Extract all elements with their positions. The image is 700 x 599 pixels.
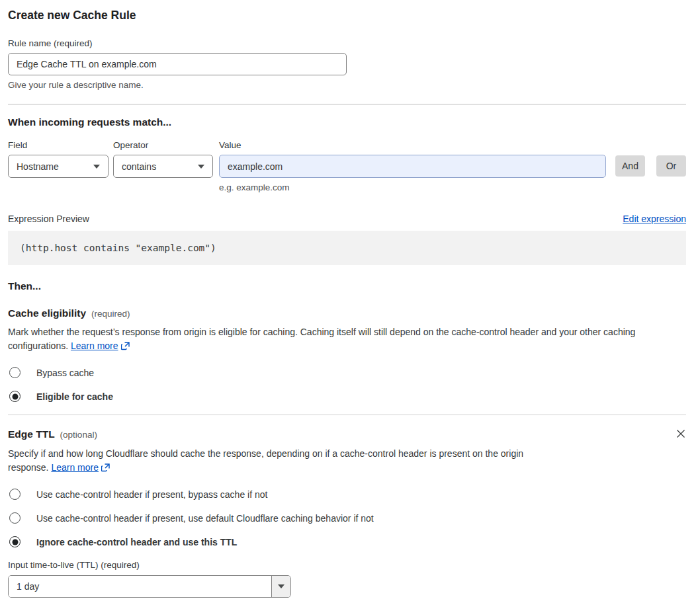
- edge-ttl-learn-more-link[interactable]: Learn more: [51, 462, 99, 473]
- divider: [8, 104, 686, 104]
- radio-label: Use cache-control header if present, byp…: [36, 489, 267, 500]
- expression-code: (http.host contains "example.com"): [20, 243, 216, 253]
- match-section-heading: When incoming requests match...: [8, 116, 686, 128]
- rule-name-label: Rule name (required): [8, 38, 686, 48]
- radio-use-header-default[interactable]: Use cache-control header if present, use…: [8, 512, 686, 524]
- radio-checked-icon[interactable]: [9, 391, 21, 402]
- radio-label: Use cache-control header if present, use…: [36, 513, 374, 524]
- radio-ignore-header-use-ttl[interactable]: Ignore cache-control header and use this…: [8, 536, 686, 547]
- page-title: Create new Cache Rule: [8, 9, 686, 22]
- expression-preview-label: Expression Preview: [8, 214, 89, 224]
- chevron-down-icon: [93, 165, 100, 169]
- edge-ttl-optional-badge: (optional): [60, 430, 97, 440]
- and-button[interactable]: And: [615, 155, 645, 177]
- cache-eligibility-header: Cache eligibility (required): [8, 307, 686, 319]
- operator-select[interactable]: contains: [113, 155, 213, 178]
- divider: [8, 415, 686, 415]
- expression-preview-box: (http.host contains "example.com"): [8, 231, 686, 265]
- field-select[interactable]: Hostname: [8, 155, 109, 178]
- edit-expression-link[interactable]: Edit expression: [623, 214, 686, 224]
- ttl-label: Input time-to-live (TTL) (required): [8, 560, 686, 570]
- field-label: Field: [8, 140, 109, 150]
- match-row: Field Hostname Operator contains Value A…: [8, 140, 686, 178]
- edge-ttl-description: Specify if and how long Cloudflare shoul…: [8, 447, 562, 476]
- cache-eligibility-description: Mark whether the request’s response from…: [8, 325, 686, 354]
- cache-eligibility-learn-more-link[interactable]: Learn more: [71, 340, 118, 351]
- edge-ttl-title: Edge TTL: [8, 428, 55, 440]
- cache-eligibility-title: Cache eligibility: [8, 307, 86, 319]
- ttl-combo: [8, 575, 291, 598]
- operator-label: Operator: [113, 140, 213, 150]
- radio-checked-icon[interactable]: [9, 536, 21, 547]
- radio-label: Ignore cache-control header and use this…: [36, 537, 237, 547]
- value-label: Value: [219, 140, 606, 150]
- operator-select-value: contains: [122, 161, 156, 172]
- ttl-dropdown-button[interactable]: [271, 576, 290, 597]
- radio-icon[interactable]: [9, 512, 21, 524]
- radio-eligible-for-cache[interactable]: Eligible for cache: [8, 391, 686, 402]
- radio-icon[interactable]: [9, 367, 21, 378]
- chevron-down-icon: [198, 165, 204, 169]
- edge-ttl-options: Use cache-control header if present, byp…: [8, 489, 686, 547]
- rule-name-input[interactable]: [8, 53, 347, 75]
- expression-preview-header: Expression Preview Edit expression: [8, 214, 686, 224]
- or-button[interactable]: Or: [656, 155, 686, 177]
- chevron-down-icon: [278, 584, 284, 588]
- close-edge-ttl-button[interactable]: [676, 428, 686, 441]
- radio-label: Eligible for cache: [36, 391, 113, 402]
- then-heading: Then...: [8, 280, 686, 292]
- rule-name-helper: Give your rule a descriptive name.: [8, 80, 686, 90]
- radio-bypass-cache[interactable]: Bypass cache: [8, 367, 686, 378]
- edge-ttl-header: Edge TTL (optional): [8, 428, 686, 441]
- radio-icon[interactable]: [9, 489, 21, 500]
- value-input[interactable]: [219, 155, 606, 178]
- field-select-value: Hostname: [17, 161, 59, 172]
- rule-name-group: Rule name (required) Give your rule a de…: [8, 38, 686, 90]
- cache-eligibility-options: Bypass cache Eligible for cache: [8, 367, 686, 402]
- cache-eligibility-required-badge: (required): [91, 309, 130, 319]
- radio-use-header-bypass[interactable]: Use cache-control header if present, byp…: [8, 489, 686, 500]
- external-link-icon: [121, 340, 130, 354]
- radio-label: Bypass cache: [36, 368, 94, 378]
- close-icon: [676, 428, 686, 439]
- ttl-input[interactable]: [9, 576, 271, 597]
- value-helper: e.g. example.com: [219, 182, 606, 192]
- external-link-icon: [101, 462, 110, 476]
